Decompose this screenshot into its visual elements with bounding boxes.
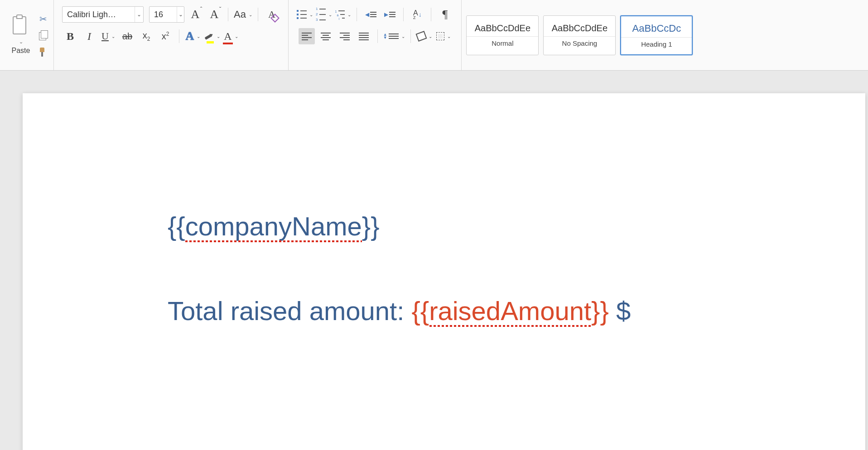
superscript-icon: x2 [162,31,169,42]
font-color-icon: A [224,30,231,43]
change-case-icon: Aa [234,9,246,20]
chevron-down-icon: ⌄ [328,12,332,17]
chevron-down-icon: ⌄ [111,34,115,39]
sort-icon: AZ [413,10,418,19]
style-normal[interactable]: AaBbCcDdEe Normal [466,15,539,55]
chevron-down-icon: ⌄ [347,12,351,17]
increase-indent-button[interactable]: ▶ [381,6,398,23]
chevron-down-icon: ⌄ [19,39,23,45]
style-label: Heading 1 [621,37,692,48]
template-field-amount: {{raisedAmount}} [411,296,608,326]
divider [403,8,404,21]
change-case-button[interactable]: Aa⌄ [234,6,252,23]
clear-formatting-button[interactable]: A [264,6,280,23]
font-name-input[interactable] [63,10,135,19]
chevron-down-icon[interactable]: ⌄ [177,7,184,22]
multilevel-list-button[interactable]: 1ai ⌄ [335,6,351,23]
outdent-icon: ◀ [365,11,376,18]
chevron-down-icon: ⌄ [309,12,313,17]
paragraph-group: ⌄ 123 ⌄ 1ai ⌄ ◀ ▶ AZ↓ ¶ [289,0,462,70]
copy-button[interactable] [37,29,49,41]
font-color-button[interactable]: A⌄ [223,28,239,44]
align-center-button[interactable] [318,28,334,44]
clipboard-group: ⌄ Paste ✂ [4,0,54,70]
brush-icon [38,47,48,57]
multilevel-icon: 1ai [335,10,345,19]
font-name-combo[interactable]: ⌄ [62,6,144,23]
shrink-font-button[interactable]: A [206,6,222,23]
align-center-icon [321,33,331,40]
align-left-icon [302,33,312,40]
body-line[interactable]: Total raised amount: {{raisedAmount}} $ [168,296,720,326]
line-spacing-button[interactable]: ▲▼ ⌄ [383,28,405,44]
justify-button[interactable] [356,28,372,44]
line-spacing-icon: ▲▼ [383,33,399,39]
paste-button[interactable]: ⌄ Paste [8,14,34,57]
style-heading-1[interactable]: AaBbCcDc Heading 1 [620,15,693,55]
grow-font-button[interactable]: A [187,6,203,23]
chevron-down-icon: ⌄ [249,12,252,17]
paint-bucket-icon [415,31,427,42]
text-suffix: $ [609,296,631,326]
bullets-button[interactable]: ⌄ [297,6,313,23]
bullets-icon [297,10,307,19]
highlight-button[interactable]: A⌄ [204,28,220,44]
template-field-company: companyName [185,211,362,241]
style-preview: AaBbCcDdEe [552,23,608,34]
template-brace: }} [362,211,380,241]
divider [431,8,431,21]
underline-button[interactable]: U⌄ [100,28,116,44]
scissors-icon: ✂ [39,14,47,24]
decrease-indent-button[interactable]: ◀ [362,6,379,23]
chevron-down-icon: ⌄ [197,34,200,39]
cut-button[interactable]: ✂ [37,13,49,25]
document-canvas[interactable]: {{companyName}} Total raised amount: {{r… [0,71,868,450]
arrow-down-icon: ↓ [419,11,422,18]
strikethrough-button[interactable]: ab [119,28,135,44]
show-marks-button[interactable]: ¶ [437,6,453,23]
shading-button[interactable]: ⌄ [416,28,433,44]
font-group: ⌄ ⌄ A A Aa⌄ A B I U⌄ ab x2 x2 A⌄ A⌄ A⌄ [54,0,289,70]
font-size-input[interactable] [149,10,177,19]
subscript-icon: x2 [143,30,150,42]
chevron-down-icon: ⌄ [401,34,405,39]
chevron-down-icon: ⌄ [447,34,451,39]
text-effects-button[interactable]: A⌄ [185,28,201,44]
indent-icon: ▶ [384,11,395,18]
divider [258,8,258,21]
superscript-button[interactable]: x2 [157,28,174,44]
text-effects-icon: A [186,29,194,43]
chevron-down-icon: ⌄ [429,34,432,39]
align-left-button[interactable] [299,28,315,44]
style-preview: AaBbCcDc [632,23,681,34]
styles-group: AaBbCcDdEe Normal AaBbCcDdEe No Spacing … [462,0,697,70]
divider [179,29,179,43]
pilcrow-icon: ¶ [442,8,448,21]
align-right-button[interactable] [337,28,353,44]
font-size-combo[interactable]: ⌄ [149,6,184,23]
paste-label: Paste [12,47,30,55]
italic-button[interactable]: I [81,28,97,44]
align-right-icon [340,33,350,40]
justify-icon [359,33,369,40]
subscript-button[interactable]: x2 [138,28,154,44]
document-page[interactable]: {{companyName}} Total raised amount: {{r… [23,93,865,450]
bold-button[interactable]: B [62,28,78,44]
heading-line[interactable]: {{companyName}} [168,211,720,241]
chevron-down-icon: ⌄ [217,34,220,39]
ribbon: ⌄ Paste ✂ ⌄ ⌄ A A Aa⌄ A B [0,0,868,71]
bold-icon: B [67,30,74,43]
strike-icon: ab [122,31,132,42]
style-no-spacing[interactable]: AaBbCcDdEe No Spacing [543,15,616,55]
style-label: Normal [467,36,538,47]
style-preview: AaBbCcDdEe [475,23,530,34]
chevron-down-icon[interactable]: ⌄ [135,7,143,22]
shrink-font-icon: A [210,8,219,21]
marker-icon [204,31,214,41]
format-painter-button[interactable] [37,46,49,57]
numbering-button[interactable]: 123 ⌄ [316,6,332,23]
sort-button[interactable]: AZ↓ [409,6,425,23]
borders-button[interactable]: ⌄ [435,28,452,44]
divider [410,29,411,43]
clipboard-icon [10,15,32,37]
